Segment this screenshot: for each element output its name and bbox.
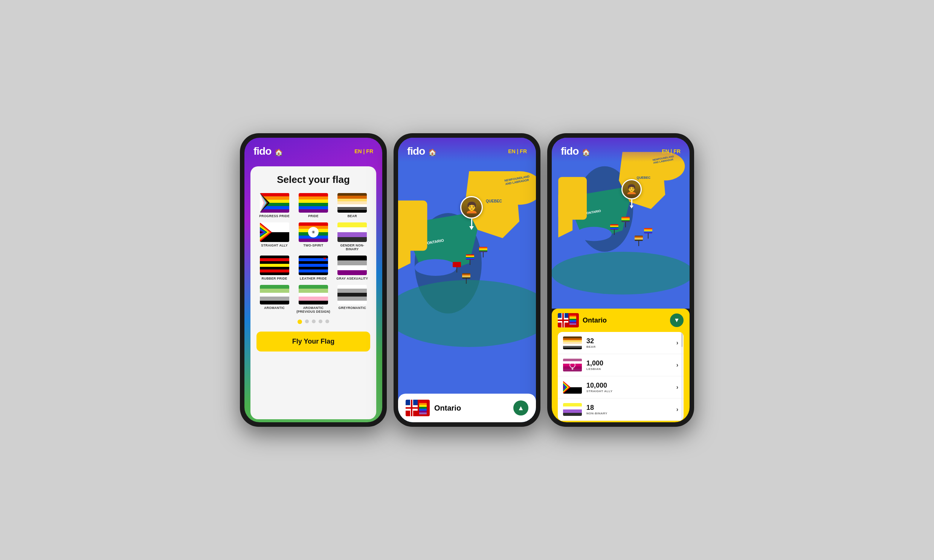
svg-rect-49 [419,409,427,411]
chevron-down-button-3[interactable]: ▼ [670,314,684,327]
avatar-face-2: 🧑‍🦱 [461,197,482,217]
flag-item-gray-ace[interactable]: GRAY ASEXUALITY [334,255,370,280]
pagination-dot-1[interactable] [305,320,309,323]
rubber-pride-flag-img [260,255,289,275]
flag-item-two-spirit[interactable]: ✳ TWO-SPIRIT [295,222,331,251]
avatar-face-3: 🧑‍🦱 [623,180,641,198]
stat-row-lesbian[interactable]: 1,000 LESBIAN › [558,354,684,376]
ontario-flag-2 [405,400,430,416]
flag-label-leather-pride: LEATHER PRIDE [300,277,327,280]
fido-logo-3: fido 🏠 [561,145,590,157]
mini-pin-3-4 [644,228,652,238]
pagination-dots [256,320,370,324]
flag-label-straight-ally: STRAIGHT ALLY [261,243,288,247]
lang-switch-1[interactable]: EN | FR [354,148,373,154]
flag-item-pride[interactable]: PRIDE [295,193,331,218]
svg-rect-73 [558,320,568,321]
fido-logo-2: fido 🏠 [407,145,436,157]
svg-rect-78 [569,319,576,320]
mini-flag-pin-3 [453,262,461,272]
house-icon-1: 🏠 [274,148,282,157]
map-background-2: NEWFOUNDLAND AND LABRADOR QUEBEC ONTARIO… [398,138,536,422]
phone-3: NEWFOUNDLAND AND LABRADOR QUEBEC ONTARIO… [547,133,694,427]
ontario-header-flag [558,313,579,328]
flag-item-aromantic-prev[interactable]: AROMANTIC (PREVIOUS DESIGN) [295,285,331,314]
screens-container: fido 🏠 EN | FR Select your flag [240,133,694,427]
flag-item-greyromantic[interactable]: GREYROMANTIC [334,285,370,314]
mini-pin-3-1 [610,224,618,235]
ontario-name-2: Ontario [434,404,509,412]
flag-label-pride: PRIDE [308,214,318,218]
stats-panel: Ontario ▼ [552,309,690,422]
flag-label-gnb: GENDER NON-BINARY [334,243,370,251]
flag-label-greyromantic: GREYROMANTIC [339,306,367,310]
flag-item-progress-pride[interactable]: PROGRESS PRIDE [256,193,292,218]
pagination-dot-2[interactable] [312,320,316,323]
pin-point-3 [630,206,633,209]
phone3-map: NEWFOUNDLAND AND LABRADOR QUEBEC ONTARIO… [552,138,690,309]
flag-item-straight-ally[interactable]: STRAIGHT ALLY [256,222,292,251]
flag-label-rubber-pride: RUBBER PRIDE [262,277,287,280]
stat-info-lesbian: 1,000 LESBIAN [586,359,672,371]
leather-heart-icon: ❤ [323,257,326,261]
svg-point-31 [415,259,456,275]
aromantic-prev-flag-img [299,285,328,305]
flag-item-leather-pride[interactable]: ❤ LEATHER PRIDE [295,255,331,280]
user-avatar-3: 🧑‍🦱 [621,179,642,200]
flag-item-aromantic[interactable]: AROMANTIC [256,285,292,314]
svg-point-60 [552,252,690,295]
stat-info-bear: 32 BEAR [586,337,672,349]
scrollbar-thumb[interactable] [681,332,683,347]
chevron-up-button-2[interactable]: ▲ [513,400,529,415]
flag-item-gnb[interactable]: GENDER NON-BINARY [334,222,370,251]
straight-ally-label: STRAIGHT ALLY [586,389,672,393]
user-avatar-2: 🧑‍🦱 [460,196,483,218]
bear-count: 32 [586,337,672,345]
svg-rect-48 [419,407,427,409]
two-spirit-circle: ✳ [308,227,319,237]
stat-info-straight-ally: 10,000 STRAIGHT ALLY [586,382,672,393]
svg-point-30 [398,280,536,347]
two-spirit-flag-img: ✳ [299,222,328,242]
scrollbar-track[interactable] [681,332,683,421]
stats-list: 32 BEAR › [558,332,684,421]
flag-item-bear[interactable]: BEAR [334,193,370,218]
straight-ally-count: 10,000 [586,382,672,389]
svg-rect-75 [569,314,576,316]
straight-ally-flag-img [260,222,289,242]
straight-ally-arrow-icon[interactable]: › [677,384,678,391]
aromantic-flag-img [260,285,289,305]
fly-flag-button[interactable]: Fly Your Flag [256,332,370,351]
pagination-dot-3[interactable] [319,320,322,323]
pin-point-2 [469,226,474,230]
lang-switch-3[interactable]: EN | FR [662,148,681,154]
flag-label-aromantic: AROMANTIC [264,306,285,310]
non-binary-arrow-icon[interactable]: › [677,406,678,413]
bear-arrow-icon[interactable]: › [677,340,678,346]
stat-flag-lesbian [563,358,582,371]
stat-row-straight-ally[interactable]: 10,000 STRAIGHT ALLY › [558,376,684,398]
lesbian-arrow-icon[interactable]: › [677,362,678,368]
lang-switch-2[interactable]: EN | FR [508,148,527,154]
pagination-dot-4[interactable] [325,320,329,323]
phone-2: NEWFOUNDLAND AND LABRADOR QUEBEC ONTARIO… [393,133,541,427]
stat-row-bear[interactable]: 32 BEAR › [558,332,684,354]
pagination-dot-0[interactable] [297,320,302,324]
svg-text:QUEBEC: QUEBEC [486,199,502,203]
flag-label-two-spirit: TWO-SPIRIT [303,243,323,247]
gnb-flag-img [338,222,367,242]
mini-pin-3-2 [621,217,630,227]
svg-rect-77 [569,317,576,319]
svg-rect-51 [419,412,427,414]
svg-rect-76 [569,316,576,317]
greyromantic-flag-img [338,285,367,305]
stat-row-non-binary[interactable]: 18 NON-BINARY › [558,398,684,421]
leather-pride-flag-img: ❤ [299,255,328,275]
ontario-card-2: Ontario ▲ [398,394,536,422]
svg-marker-59 [558,191,572,237]
svg-rect-85 [563,364,582,366]
phone2-header: fido 🏠 EN | FR [398,138,536,162]
flag-item-rubber-pride[interactable]: RUBBER PRIDE [256,255,292,280]
bear-flag-img [338,193,367,212]
svg-rect-83 [563,358,582,361]
